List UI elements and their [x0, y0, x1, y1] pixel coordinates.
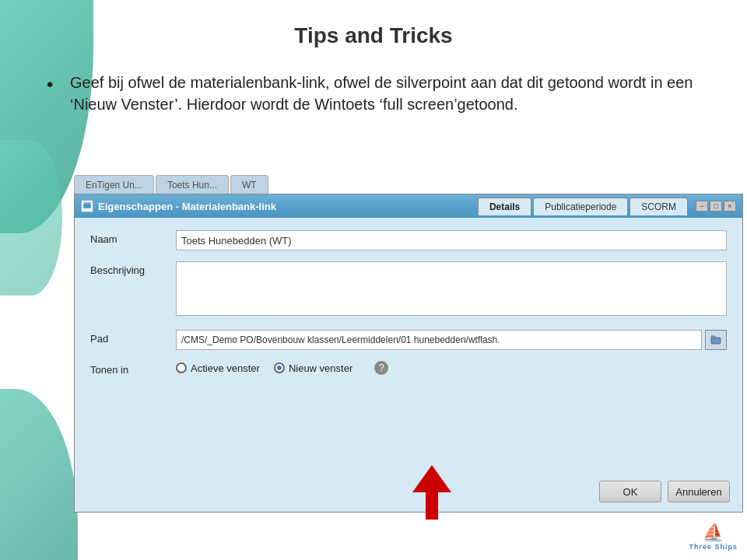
tab-scorm[interactable]: SCORM [630, 198, 688, 215]
beschrijving-field [176, 261, 727, 319]
dialog-titlebar: Eigenschappen - Materialenbank-link Deta… [75, 194, 742, 218]
dialog-title: Eigenschappen - Materialenbank-link [98, 201, 478, 212]
dialog: Eigenschappen - Materialenbank-link Deta… [74, 194, 743, 513]
dialog-icon [81, 200, 93, 212]
pad-row: Pad [90, 330, 727, 350]
cancel-button[interactable]: Annuleren [668, 481, 730, 502]
radio-nieuw-circle[interactable] [274, 362, 285, 373]
naam-input[interactable] [176, 230, 727, 250]
svg-rect-0 [83, 202, 91, 208]
bullet-item: Geef bij ofwel de materialenbank-link, o… [62, 72, 700, 115]
beschrijving-row: Beschrijving [90, 261, 727, 319]
pad-input[interactable] [176, 330, 702, 350]
maximize-button[interactable]: □ [710, 201, 722, 212]
dialog-tabs: Details Publicatieperiode SCORM [478, 198, 689, 215]
close-button[interactable]: × [724, 201, 736, 212]
browse-button[interactable] [705, 330, 727, 350]
logo: ⛵ Three Ships [689, 523, 738, 551]
bullet-section: Geef bij ofwel de materialenbank-link, o… [0, 72, 747, 131]
bg-tab-1[interactable]: Toets Hun... [156, 175, 229, 194]
radio-nieuw-label: Nieuw venster [289, 362, 352, 374]
page-title: Tips and Tricks [0, 0, 747, 48]
bg-tab-2[interactable]: WT [230, 175, 268, 194]
naam-field [176, 230, 727, 250]
bg-tab-0[interactable]: EnTigen Un... [74, 175, 154, 194]
dialog-body: Naam Beschrijving Pad [75, 218, 742, 394]
tonen-in-label: Tonen in [90, 361, 176, 376]
dialog-footer: OK Annuleren [599, 481, 730, 502]
dialog-controls: − □ × [696, 201, 736, 212]
tab-publicatieperiode[interactable]: Publicatieperiode [533, 198, 628, 215]
radio-actief-label: Actieve venster [191, 362, 260, 374]
radio-actief-circle[interactable] [176, 362, 187, 373]
naam-label: Naam [90, 230, 176, 245]
tonen-in-row: Tonen in Actieve venster Nieuw venster [90, 361, 727, 376]
ok-button[interactable]: OK [599, 481, 661, 502]
radio-group: Actieve venster Nieuw venster ? [176, 361, 727, 375]
minimize-button[interactable]: − [696, 201, 708, 212]
radio-nieuw-option[interactable]: Nieuw venster [274, 362, 352, 374]
tonen-in-field: Actieve venster Nieuw venster ? [176, 361, 727, 375]
naam-row: Naam [90, 230, 727, 250]
pad-label: Pad [90, 330, 176, 345]
pad-field [176, 330, 727, 350]
beschrijving-input[interactable] [176, 261, 727, 316]
beschrijving-label: Beschrijving [90, 261, 176, 276]
dialog-wrapper: EnTigen Un... Toets Hun... WT Eigenschap… [74, 175, 743, 513]
logo-text: Three Ships [689, 543, 738, 551]
radio-actief-option[interactable]: Actieve venster [176, 362, 260, 374]
help-icon[interactable]: ? [374, 361, 388, 375]
logo-icon: ⛵ [703, 523, 724, 543]
svg-rect-3 [711, 336, 715, 338]
svg-marker-4 [412, 465, 451, 520]
tab-details[interactable]: Details [478, 198, 531, 215]
background-tabs: EnTigen Un... Toets Hun... WT [74, 175, 268, 194]
